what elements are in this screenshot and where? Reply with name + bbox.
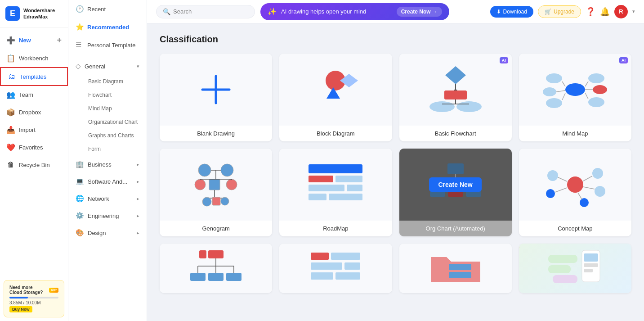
- create-new-overlay-button[interactable]: Create New: [429, 177, 481, 192]
- card-orgchart[interactable]: Create New Org Chart (Automated): [399, 149, 512, 236]
- mid-item-recommended[interactable]: ⭐ Recommended: [68, 18, 147, 36]
- roadmap-svg: [304, 160, 367, 209]
- nav-item-favorites[interactable]: ❤️ Favorites: [0, 139, 68, 156]
- sub-form[interactable]: Form: [68, 142, 147, 156]
- sub-mind-map[interactable]: Mind Map: [68, 102, 147, 115]
- svg-point-21: [588, 73, 604, 83]
- card-mindmap[interactable]: AI Mind Map: [519, 54, 631, 141]
- storage-area: Need more Cloud Storage? VIP 3.85M / 10.…: [4, 280, 64, 317]
- buy-now-button[interactable]: Buy Now: [9, 306, 32, 312]
- user-dropdown-arrow[interactable]: ▾: [632, 9, 635, 14]
- card-genogram[interactable]: Genogram: [160, 149, 272, 236]
- svg-rect-79: [226, 273, 242, 281]
- cat-network[interactable]: 🌐 Network ▸: [68, 190, 147, 207]
- svg-point-28: [221, 164, 233, 176]
- help-icon[interactable]: ❓: [586, 7, 595, 17]
- app-name: WondershareEdrawMax: [23, 7, 55, 20]
- svg-rect-44: [309, 176, 333, 182]
- nav-item-workbench[interactable]: 📋 Workbench: [0, 50, 68, 67]
- cat-engineering[interactable]: ⚙️ Engineering ▸: [68, 207, 147, 224]
- svg-rect-48: [309, 194, 326, 200]
- svg-rect-82: [311, 262, 342, 270]
- left-sidebar: E WondershareEdrawMax ➕ New + 📋 Workbenc…: [0, 0, 68, 321]
- sub-graphs[interactable]: Graphs and Charts: [68, 129, 147, 142]
- upgrade-button[interactable]: 🛒 Upgrade: [538, 5, 581, 18]
- nav-item-templates[interactable]: 🗂 Templates: [0, 67, 68, 86]
- mindmap-svg: [541, 63, 609, 117]
- search-box[interactable]: 🔍: [156, 5, 255, 18]
- card-recommended-bottom[interactable]: Recommended: [519, 244, 631, 293]
- cat-software[interactable]: 💻 Software And... ▸: [68, 173, 147, 190]
- card-blank[interactable]: Blank Drawing: [160, 54, 272, 141]
- svg-point-66: [595, 186, 605, 197]
- svg-rect-90: [584, 263, 598, 267]
- sub-basic-diagram[interactable]: Basic Diagram: [68, 75, 147, 88]
- avatar[interactable]: R: [614, 5, 628, 18]
- download-button[interactable]: ⬇ Download: [490, 6, 533, 18]
- new-icon: ➕: [6, 36, 15, 45]
- sub-org-chart[interactable]: Organizational Chart: [68, 115, 147, 129]
- network2-thumb: [399, 244, 512, 293]
- create-now-button[interactable]: Create Now →: [397, 7, 442, 17]
- left-nav: ➕ New + 📋 Workbench 🗂 Templates 👥 Team 📦…: [0, 27, 68, 276]
- card-gantt[interactable]: [279, 244, 392, 293]
- notifications-icon[interactable]: 🔔: [600, 7, 610, 17]
- nav-item-dropbox[interactable]: 📦 Dropbox: [0, 104, 68, 121]
- sub-flowchart[interactable]: Flowchart: [68, 88, 147, 102]
- svg-point-33: [226, 179, 237, 190]
- card-flowchart[interactable]: AI Basic Flowchart: [399, 54, 512, 141]
- card-network2[interactable]: [399, 244, 512, 293]
- card-tree[interactable]: [160, 244, 272, 293]
- block-diagram-svg: [304, 65, 367, 114]
- nav-item-team[interactable]: 👥 Team: [0, 86, 68, 104]
- blank-thumb: [160, 54, 272, 126]
- nav-label-recycle: Recycle Bin: [19, 162, 50, 168]
- flowchart-label: Basic Flowchart: [399, 126, 512, 141]
- business-icon: 🏢: [76, 160, 84, 168]
- card-roadmap[interactable]: RoadMap: [279, 149, 392, 236]
- general-icon: ◇: [76, 62, 81, 70]
- mid-item-personal[interactable]: ☰ Personal Template: [68, 36, 147, 54]
- card-block[interactable]: Block Diagram: [279, 54, 392, 141]
- cat-design[interactable]: 🎨 Design ▸: [68, 224, 147, 241]
- software-icon: 💻: [76, 177, 84, 185]
- mid-item-recent[interactable]: 🕐 Recent: [68, 0, 147, 18]
- cat-label-business: Business: [88, 161, 112, 168]
- nav-label-import: Import: [19, 127, 36, 133]
- cat-business[interactable]: 🏢 Business ▸: [68, 156, 147, 173]
- mid-label-recommended: Recommended: [87, 24, 129, 31]
- cat-general[interactable]: ◇ General ▾: [68, 58, 147, 75]
- network-icon: 🌐: [76, 194, 84, 203]
- software-arrow: ▸: [137, 179, 139, 185]
- svg-point-59: [567, 176, 583, 193]
- svg-rect-85: [335, 272, 360, 280]
- nav-item-new[interactable]: ➕ New +: [0, 31, 68, 50]
- business-arrow: ▸: [137, 162, 139, 167]
- search-input[interactable]: [173, 8, 241, 15]
- conceptmap-label: Concept Map: [519, 221, 631, 236]
- card-conceptmap[interactable]: Concept Map: [519, 149, 631, 236]
- tree-thumb: [160, 244, 272, 293]
- gantt-svg: [306, 248, 365, 289]
- design-arrow: ▸: [137, 230, 139, 236]
- roadmap-label: RoadMap: [279, 221, 392, 236]
- logo-area: E WondershareEdrawMax: [0, 0, 68, 27]
- plus-icon: +: [57, 36, 62, 45]
- gantt-thumb: [279, 244, 392, 293]
- svg-point-11: [456, 101, 482, 112]
- nav-item-recycle[interactable]: 🗑 Recycle Bin: [0, 156, 68, 173]
- cat-label-general: General: [85, 63, 105, 70]
- svg-rect-8: [444, 90, 467, 99]
- ai-banner-text: AI drawing helps open your mind: [281, 8, 392, 15]
- engineering-arrow: ▸: [137, 213, 139, 219]
- blank-drawing-svg: [198, 72, 234, 108]
- svg-rect-84: [311, 272, 333, 280]
- cat-label-software: Software And...: [88, 178, 127, 185]
- ai-banner[interactable]: ✨ AI drawing helps open your mind Create…: [260, 3, 449, 20]
- tree-svg: [187, 248, 245, 289]
- svg-rect-45: [335, 176, 362, 182]
- team-icon: 👥: [6, 90, 15, 99]
- nav-item-import[interactable]: 📥 Import: [0, 121, 68, 139]
- svg-line-65: [583, 176, 592, 181]
- svg-point-23: [593, 85, 607, 94]
